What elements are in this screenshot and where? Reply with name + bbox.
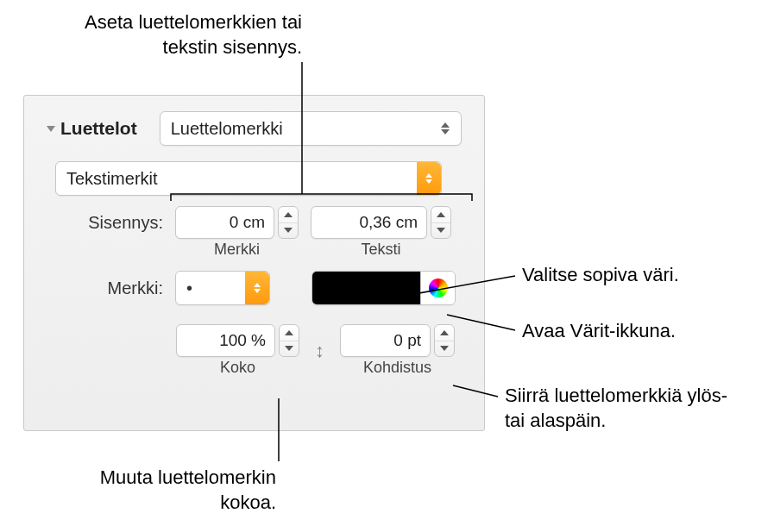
callout-color-swatch: Valitse sopiva väri. xyxy=(522,263,679,288)
bullet-color-swatch[interactable] xyxy=(312,272,420,304)
bullet-char-popup[interactable]: • xyxy=(175,271,270,305)
list-format-panel: Luettelot Luettelomerkki Tekstimerkit Si… xyxy=(23,95,485,431)
stepper-down-icon xyxy=(285,346,293,351)
align-field: Kohdistus xyxy=(340,324,455,377)
indent-text-stepper[interactable] xyxy=(431,206,451,239)
indent-bullet-sublabel: Merkki xyxy=(214,241,260,259)
bullet-char-value: • xyxy=(186,279,192,298)
vertical-align-icon: ↕ xyxy=(315,340,324,362)
size-field: Koko xyxy=(176,324,299,377)
bullet-color-picker-button[interactable] xyxy=(420,272,455,304)
bullet-char-label: Merkki: xyxy=(47,279,163,298)
callout-size: Muuta luettelomerkin kokoa. xyxy=(69,466,276,515)
indent-text-input[interactable] xyxy=(311,206,427,239)
updown-icon xyxy=(417,162,441,195)
stepper-down-icon xyxy=(284,228,293,233)
color-wheel-icon xyxy=(429,279,448,297)
section-title: Luettelot xyxy=(60,118,137,139)
callout-color-picker: Avaa Värit-ikkuna. xyxy=(522,319,676,344)
updown-icon xyxy=(430,112,461,145)
list-type-value: Luettelomerkki xyxy=(171,119,283,139)
list-type-popup[interactable]: Luettelomerkki xyxy=(160,111,462,146)
size-align-row: Koko ↕ Kohdistus xyxy=(176,324,462,377)
bullet-type-popup[interactable]: Tekstimerkit xyxy=(55,161,442,196)
indent-bullet-field: Merkki xyxy=(175,206,299,259)
indent-label: Sisennys: xyxy=(47,206,163,233)
stepper-down-icon xyxy=(440,346,449,351)
indent-text-field: Teksti xyxy=(311,206,451,259)
indent-bullet-input[interactable] xyxy=(175,206,274,239)
stepper-up-icon xyxy=(437,212,445,217)
chevron-down-icon xyxy=(47,126,55,132)
align-input[interactable] xyxy=(340,324,431,357)
section-disclosure[interactable]: Luettelot xyxy=(47,118,137,139)
size-sublabel: Koko xyxy=(220,359,255,377)
indent-row: Sisennys: Merkki Teksti xyxy=(47,206,462,259)
stepper-up-icon xyxy=(440,330,449,335)
updown-icon xyxy=(245,272,269,304)
align-sublabel: Kohdistus xyxy=(363,359,431,377)
bullet-color-control xyxy=(311,271,456,305)
indent-bullet-stepper[interactable] xyxy=(278,206,299,239)
stepper-up-icon xyxy=(284,212,293,217)
size-input[interactable] xyxy=(176,324,275,357)
callout-align: Siirrä luettelomerkkiä ylös- tai alaspäi… xyxy=(505,384,729,433)
indent-text-sublabel: Teksti xyxy=(361,241,400,259)
stepper-down-icon xyxy=(437,228,445,233)
bullet-char-row: Merkki: • xyxy=(47,271,462,305)
stepper-up-icon xyxy=(285,330,293,335)
section-header-row: Luettelot Luettelomerkki xyxy=(47,111,462,146)
align-stepper[interactable] xyxy=(434,324,455,357)
callout-indent: Aseta luettelomerkkien tai tekstin sisen… xyxy=(60,10,302,59)
bullet-type-value: Tekstimerkit xyxy=(66,169,158,189)
size-stepper[interactable] xyxy=(279,324,299,357)
